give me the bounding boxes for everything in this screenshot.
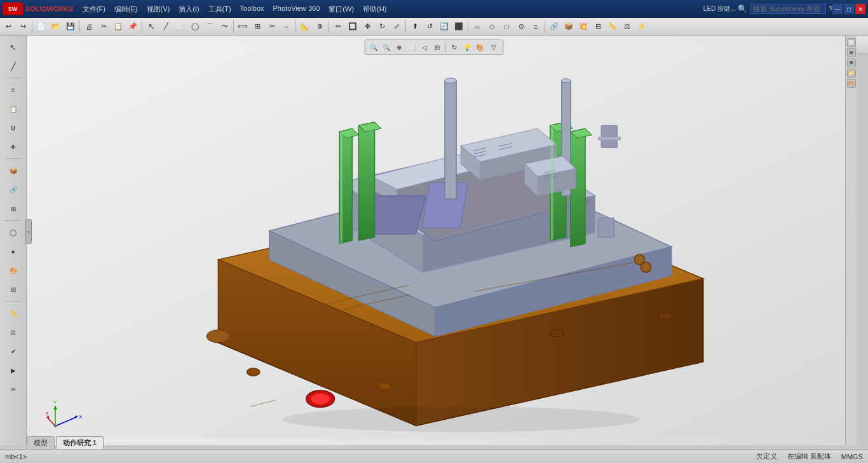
tb-dim[interactable]: 📐	[298, 20, 312, 34]
lp-sep2	[5, 158, 22, 159]
vt-lights[interactable]: 💡	[461, 41, 473, 53]
tb-open[interactable]: 📂	[49, 20, 63, 34]
tb-mass[interactable]: ⚖	[620, 20, 634, 34]
svg-text:Y: Y	[53, 401, 57, 405]
tb-arc[interactable]: ⌒	[203, 20, 217, 34]
tab-model[interactable]: 模型	[27, 436, 55, 449]
tb-undo[interactable]: ↩	[1, 20, 15, 34]
tb-redo[interactable]: ↪	[16, 20, 30, 34]
lp-measure[interactable]: 📏	[4, 304, 22, 322]
tb-section[interactable]: ⊟	[591, 20, 605, 34]
view-toolbar: 🔍 🔍 ⊕ ⬜ ◁ ⊟ ↻ 💡 🎨 ▽	[365, 39, 504, 55]
tb-new[interactable]: 📄	[34, 20, 48, 34]
tab-motion-study[interactable]: 动作研究 1	[56, 436, 104, 449]
svg-rect-39	[598, 137, 620, 140]
rp-split[interactable]: ⊟	[847, 48, 856, 57]
vt-zoom-out[interactable]: 🔍	[381, 41, 392, 53]
tb-move[interactable]: ✥	[360, 20, 374, 34]
tb-line[interactable]: ╱	[159, 20, 173, 34]
tb-fillet[interactable]: ⌓	[470, 20, 484, 34]
lp-feature-mgr[interactable]: ≡	[4, 81, 22, 99]
close-button[interactable]: ✕	[855, 4, 865, 14]
rp-folder[interactable]: 📁	[847, 69, 856, 78]
tb-explode[interactable]: 💥	[576, 20, 590, 34]
vt-zoom-fit[interactable]: ⬜	[406, 41, 417, 53]
tb-paste[interactable]: 📌	[126, 20, 140, 34]
rp-fullscreen[interactable]: ⬜	[847, 38, 856, 47]
menu-tools[interactable]: 工具(T)	[205, 3, 235, 15]
vt-rotate[interactable]: ↻	[449, 41, 460, 53]
tb-trim[interactable]: ✂	[265, 20, 279, 34]
menu-help[interactable]: 帮助(H)	[359, 3, 390, 15]
menu-edit[interactable]: 编辑(E)	[111, 3, 142, 15]
tb-mate[interactable]: 🔗	[547, 20, 561, 34]
menu-insert[interactable]: 插入(I)	[175, 3, 203, 15]
menu-window[interactable]: 窗口(W)	[325, 3, 358, 15]
tb-interference[interactable]: ⚡	[635, 20, 649, 34]
tb-3d[interactable]: 🔲	[346, 20, 360, 34]
window-controls: — □ ✕	[832, 4, 865, 14]
search-input[interactable]	[750, 4, 826, 14]
tb-save[interactable]: 💾	[64, 20, 78, 34]
lp-config[interactable]: ⚙	[4, 119, 22, 137]
lp-sep3	[5, 220, 22, 221]
lp-show[interactable]: ●	[4, 242, 22, 260]
tb-select[interactable]: ↖	[144, 20, 158, 34]
tb-sketch[interactable]: ✏	[331, 20, 345, 34]
tb-measure[interactable]: 📏	[606, 20, 620, 34]
lp-sketch-mode[interactable]: ✏	[4, 380, 22, 398]
tb-shell[interactable]: □	[499, 20, 513, 34]
tb-copy[interactable]: 📋	[111, 20, 125, 34]
tb-rib[interactable]: ≡	[529, 20, 543, 34]
tb-mirror[interactable]: ⟺	[236, 20, 250, 34]
tb-chamfer[interactable]: ◇	[485, 20, 499, 34]
tb-scale[interactable]: ⤢	[390, 20, 403, 34]
lp-display[interactable]: 👁	[4, 138, 22, 156]
menu-toolbox[interactable]: Toolbox	[236, 3, 268, 15]
lp-select[interactable]: ↖	[4, 38, 22, 56]
lp-section[interactable]: ⊟	[4, 280, 22, 298]
lp-appearance[interactable]: 🎨	[4, 261, 22, 279]
lp-hide[interactable]: ◯	[4, 223, 22, 241]
tb-extrude[interactable]: ⬆	[408, 20, 422, 34]
rp-tile[interactable]: ⊞	[847, 59, 856, 67]
vt-zoom-box[interactable]: ⊕	[393, 41, 405, 53]
tb-relation[interactable]: ⊗	[313, 20, 327, 34]
viewport[interactable]: X Y Z	[27, 36, 857, 445]
lp-property[interactable]: 📋	[4, 100, 22, 118]
vt-prev-view[interactable]: ◁	[419, 41, 430, 53]
tb-circle[interactable]: ◯	[188, 20, 202, 34]
model-name: mb<1>	[5, 453, 27, 460]
tb-loft[interactable]: ⬛	[452, 20, 466, 34]
tb-extend[interactable]: ↔	[280, 20, 294, 34]
menu-view[interactable]: 视图(V)	[143, 3, 174, 15]
tb-spline[interactable]: 〜	[217, 20, 231, 34]
vt-section[interactable]: ⊟	[431, 41, 443, 53]
tb-cut[interactable]: ✂	[97, 20, 111, 34]
minimize-button[interactable]: —	[832, 4, 843, 14]
vt-display[interactable]: 🎨	[474, 41, 485, 53]
vt-zoom-in[interactable]: 🔍	[368, 41, 379, 53]
tb-sweep[interactable]: 🔄	[437, 20, 451, 34]
tb-pattern[interactable]: ⊞	[250, 20, 264, 34]
menu-file[interactable]: 文件(F)	[79, 3, 109, 15]
tb-rect[interactable]: ⬜	[173, 20, 187, 34]
tb-revolve[interactable]: ↺	[423, 20, 437, 34]
vt-hide[interactable]: ▽	[487, 41, 501, 53]
maximize-button[interactable]: □	[844, 4, 854, 14]
lp-line[interactable]: ╱	[4, 57, 22, 75]
tb-rotate[interactable]: ↻	[375, 20, 389, 34]
lp-mass-props[interactable]: ⚖	[4, 323, 22, 341]
lp-pattern[interactable]: ⊞	[4, 200, 22, 218]
rp-palette[interactable]: 🎨	[847, 79, 856, 88]
lp-components[interactable]: 📦	[4, 162, 22, 179]
menu-photoview[interactable]: PhotoView 360	[269, 3, 324, 15]
tb-hole[interactable]: ⊙	[514, 20, 528, 34]
lp-check[interactable]: ✔	[4, 342, 22, 360]
svg-point-4	[207, 330, 229, 343]
lp-simulation[interactable]: ▶	[4, 361, 22, 379]
tb-print[interactable]: 🖨	[82, 20, 96, 34]
tb-comp[interactable]: 📦	[562, 20, 576, 34]
collapse-handle[interactable]: ›	[25, 219, 32, 244]
lp-mate[interactable]: 🔗	[4, 181, 22, 198]
